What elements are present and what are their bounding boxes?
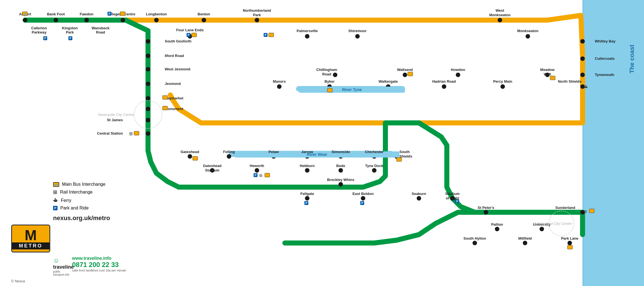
- label-shiremoor: Shiremoor: [348, 29, 366, 33]
- label-callerton2: Parkway: [32, 30, 47, 34]
- dot-wallsend: [403, 73, 407, 77]
- label-stadiumoflight1: Stadium: [445, 192, 459, 196]
- bus-icon-northumb: [269, 33, 274, 37]
- label-palmersville: Palmersville: [297, 29, 318, 33]
- label-sunderland-centre: Sunderland City Centre: [534, 221, 572, 226]
- label-ilfordroad: Ilford Road: [165, 54, 184, 58]
- legend-item-rail: ⊞ Rail Interchange: [53, 189, 106, 195]
- rail-icon-heworth: ⊞: [259, 173, 263, 178]
- metro-text: METRO: [12, 242, 49, 249]
- label-callerton1: Callerton: [31, 26, 47, 30]
- dot-howdon: [456, 73, 460, 77]
- park-text-heworth: P: [255, 174, 257, 177]
- dot-centralstation: [146, 131, 150, 136]
- dot-haymarket: [146, 96, 150, 101]
- label-bede: Bede: [336, 164, 345, 168]
- legend-ferry-label: Ferry: [61, 198, 71, 203]
- label-meadowwell2: Well: [544, 72, 551, 76]
- park-text-regent: P: [109, 12, 111, 15]
- legend: 🚌 Main Bus Interchange ⊞ Rail Interchang…: [53, 182, 106, 211]
- dot-westmonkseaton: [498, 18, 502, 22]
- label-chillingham2: Road: [322, 72, 331, 76]
- dot-tynedock: [372, 168, 376, 173]
- dot-fellgate: [305, 196, 309, 201]
- legend-bus-icon: 🚌: [53, 182, 59, 187]
- metro-m-letter: M: [25, 228, 37, 242]
- dot-cullercoats: [580, 56, 585, 61]
- label-bankfoot: Bank Foot: [47, 12, 65, 16]
- river-tyne-text: River Tyne: [342, 87, 362, 92]
- label-tynemouth: Tynemouth: [595, 73, 614, 77]
- legend-rail-label: Rail Interchange: [60, 190, 93, 195]
- park-text-fellgate: P: [306, 202, 307, 205]
- label-felling: Felling: [223, 150, 235, 154]
- dot-heworth: [255, 168, 259, 173]
- label-fawdon: Fawdon: [80, 12, 93, 16]
- dot-millfield: [523, 241, 527, 245]
- bus-icon-haymarket: [163, 96, 168, 99]
- dot-percymain: [500, 84, 505, 89]
- dot-westjesmond: [146, 67, 150, 72]
- dot-fawdon: [84, 18, 89, 22]
- bus-icon-fourlane: [192, 33, 197, 37]
- park-text-callerton: P: [44, 37, 46, 40]
- rail-icon-sunderland: ⊞: [584, 209, 587, 214]
- dot-university: [540, 227, 544, 231]
- dot-stpeters: [484, 210, 488, 214]
- dot-seaburn: [417, 196, 421, 201]
- bus-icon-monument: [163, 106, 168, 110]
- label-howdon: Howdon: [451, 68, 465, 72]
- dot-airport: [23, 18, 27, 22]
- bus-text-airport: 🚌: [23, 12, 27, 16]
- legend-park-label: Park and Ride: [60, 206, 89, 211]
- dot-longbenton: [154, 18, 159, 22]
- park-text-stadium: P: [456, 200, 458, 203]
- label-parklane: Park Lane: [561, 236, 578, 240]
- bus-icon-gateshead: [193, 156, 198, 160]
- rail-icon-central: ⊞: [129, 131, 133, 136]
- green-south-hylton: [285, 212, 475, 243]
- dot-palmersville: [305, 34, 309, 39]
- label-westmonkseaton2: Monkseaton: [489, 13, 511, 17]
- label-eastboldon: East Boldon: [352, 192, 374, 196]
- dot-stjames: [146, 118, 150, 122]
- label-whitleybay: Whitley Bay: [595, 39, 616, 43]
- label-chillingham1: Chillingham: [316, 68, 337, 72]
- dot-regent: [121, 18, 125, 22]
- green-sunderland: [385, 123, 583, 235]
- label-northumberland1: Northumberland: [243, 8, 271, 13]
- label-stjames: St James: [107, 118, 123, 122]
- label-walkergate: Walkergate: [379, 79, 398, 84]
- label-jarrow: Jarrow: [301, 150, 314, 154]
- traveline-smile: ☺: [53, 257, 70, 264]
- traveline-phone: 0871 200 22 33: [72, 261, 126, 269]
- legend-park-icon: P: [53, 206, 58, 210]
- label-tynedock: Tyne Dock: [365, 164, 384, 168]
- label-jesmond: Jesmond: [165, 82, 181, 86]
- legend-item-ferry: ⛴ Ferry: [53, 197, 106, 203]
- label-southshields1: South: [399, 150, 410, 154]
- label-northshields: North Shields: [558, 79, 582, 84]
- label-gatesheadstadium1: Gateshead: [203, 164, 222, 168]
- dot-benton: [202, 18, 206, 22]
- label-fellgate: Fellgate: [300, 192, 314, 196]
- dot-manors: [277, 84, 282, 89]
- traveline-section: ☺ traveline public transport info www.tr…: [53, 256, 126, 272]
- label-northumberland2: Park: [253, 13, 261, 17]
- traveline-url: www.traveline.info: [72, 256, 126, 261]
- legend-rail-icon: ⊞: [53, 189, 57, 195]
- label-meadowwell1: Meadow: [540, 68, 555, 72]
- label-benton: Benton: [198, 12, 210, 16]
- bus-icon-southshields: [397, 158, 402, 161]
- legend-ferry-icon: ⛴: [53, 197, 58, 203]
- label-sunderland: Sunderland: [555, 206, 575, 210]
- green-line-south: [148, 67, 385, 187]
- dot-felling: [227, 154, 231, 159]
- metro-logo: M METRO: [11, 225, 50, 252]
- label-hebburn: Hebburn: [300, 164, 315, 168]
- label-gateshead: Gateshead: [181, 150, 199, 154]
- dot-northumberland: [255, 18, 259, 22]
- label-westmonkseaton1: West: [496, 8, 504, 13]
- label-wansbeck1: Wansbeck: [92, 26, 110, 30]
- park-text-eastboldon: P: [361, 202, 363, 205]
